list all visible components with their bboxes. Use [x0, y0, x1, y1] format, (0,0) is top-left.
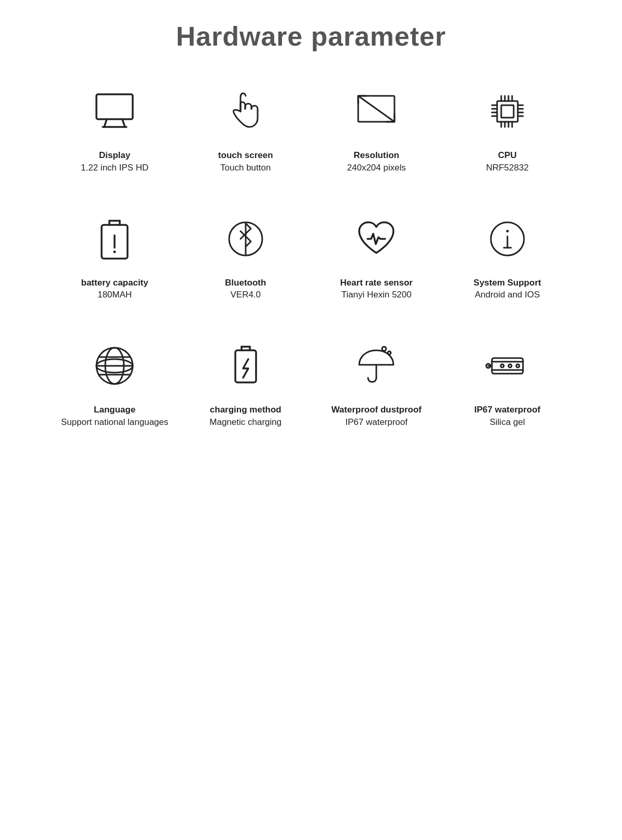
waterproof-label-sub: IP67 waterproof	[345, 416, 407, 429]
charging-label-sub: Magnetic charging	[209, 416, 281, 429]
system-label-main: System Support	[474, 277, 541, 289]
display-icon	[86, 83, 143, 140]
battery-icon	[86, 210, 143, 267]
svg-rect-42	[235, 350, 256, 382]
silica-label-sub: Silica gel	[490, 416, 525, 429]
silica-icon	[479, 337, 536, 394]
language-label-sub: Support national languages	[61, 416, 168, 429]
charging-icon	[217, 337, 274, 394]
charging-label-main: charging method	[210, 404, 281, 416]
cell-cpu: CPU NRF52832	[445, 73, 571, 184]
resolution-label-main: Resolution	[354, 149, 399, 162]
hardware-grid: Display 1.22 inch IPS HD touch screen To…	[52, 73, 570, 439]
display-label-sub: 1.22 inch IPS HD	[81, 162, 148, 174]
system-icon	[479, 210, 536, 267]
svg-point-53	[508, 364, 512, 367]
cell-resolution: Resolution 240x204 pixels	[314, 73, 440, 184]
silica-label-main: IP67 waterproof	[474, 404, 541, 416]
cell-battery: battery capacity 180MAH	[52, 200, 178, 312]
cpu-icon	[479, 83, 536, 140]
touch-icon	[217, 83, 274, 140]
battery-label-sub: 180MAH	[97, 289, 132, 301]
svg-rect-6	[497, 101, 518, 122]
svg-point-54	[516, 364, 519, 367]
cell-language: Language Support national languages	[52, 327, 178, 439]
cell-charging: charging method Magnetic charging	[183, 327, 309, 439]
language-icon	[86, 337, 143, 394]
resolution-icon	[348, 83, 405, 140]
svg-line-5	[358, 96, 394, 122]
waterproof-icon	[348, 337, 405, 394]
cell-bluetooth: Bluetooth VER4.0	[183, 200, 309, 312]
heartrate-label-sub: Tianyi Hexin 5200	[342, 289, 412, 301]
resolution-label-sub: 240x204 pixels	[347, 162, 406, 174]
cell-silica: IP67 waterproof Silica gel	[445, 327, 571, 439]
svg-rect-0	[96, 94, 133, 119]
system-label-sub: Android and IOS	[475, 289, 540, 301]
bluetooth-label-sub: VER4.0	[230, 289, 261, 301]
svg-rect-49	[492, 358, 523, 374]
page-title: Hardware parameter	[176, 21, 446, 52]
cpu-label-main: CPU	[498, 149, 517, 162]
touch-label-main: touch screen	[218, 149, 273, 162]
cell-display: Display 1.22 inch IPS HD	[52, 73, 178, 184]
cell-heartrate: Heart rate sensor Tianyi Hexin 5200	[314, 200, 440, 312]
svg-point-48	[388, 351, 391, 354]
svg-line-1	[104, 119, 107, 127]
cell-waterproof: Waterproof dustproof IP67 waterproof	[314, 327, 440, 439]
language-label-main: Language	[94, 404, 135, 416]
touch-label-sub: Touch button	[220, 162, 271, 174]
waterproof-label-main: Waterproof dustproof	[331, 404, 421, 416]
display-label-main: Display	[99, 149, 130, 162]
svg-point-52	[501, 364, 504, 367]
cell-system: System Support Android and IOS	[445, 200, 571, 312]
heartrate-label-main: Heart rate sensor	[340, 277, 413, 289]
cell-touch: touch screen Touch button	[183, 73, 309, 184]
cpu-label-sub: NRF52832	[486, 162, 529, 174]
svg-rect-23	[501, 105, 514, 118]
heartrate-icon	[348, 210, 405, 267]
svg-point-29	[114, 250, 116, 253]
svg-point-47	[382, 347, 386, 351]
svg-line-2	[122, 119, 125, 127]
bluetooth-icon	[217, 210, 274, 267]
bluetooth-label-main: Bluetooth	[225, 277, 266, 289]
svg-point-33	[506, 230, 508, 232]
battery-label-main: battery capacity	[81, 277, 148, 289]
